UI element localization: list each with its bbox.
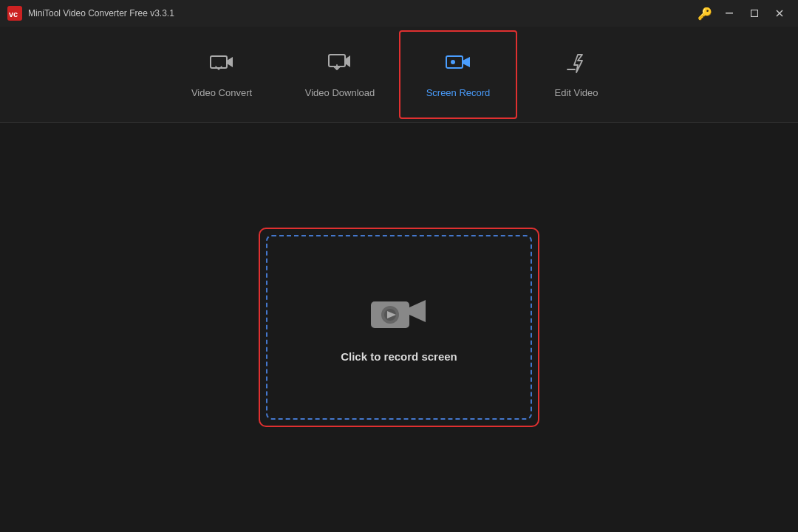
close-button[interactable] (768, 4, 791, 22)
title-bar: vc MiniTool Video Converter Free v3.3.1 … (0, 0, 798, 27)
nav-tabs: Video Convert Video Download Screen Reco… (0, 27, 798, 123)
tab-video-download-label: Video Download (305, 87, 375, 98)
tab-video-download[interactable]: Video Download (281, 30, 399, 119)
record-area: Click to record screen (259, 228, 539, 427)
app-title: MiniTool Video Converter Free v3.3.1 (28, 8, 698, 18)
maximize-button[interactable] (743, 4, 765, 22)
tab-screen-record-label: Screen Record (426, 87, 491, 98)
svg-rect-6 (211, 56, 227, 68)
record-button[interactable]: Click to record screen (266, 235, 532, 420)
tab-screen-record[interactable]: Screen Record (399, 30, 517, 119)
record-label: Click to record screen (341, 350, 457, 363)
tab-edit-video[interactable]: Edit Video (517, 30, 635, 119)
camera-icon (369, 293, 429, 337)
svg-rect-3 (751, 10, 758, 17)
video-download-icon (327, 50, 353, 80)
minimize-button[interactable] (718, 4, 740, 22)
screen-record-icon (445, 50, 471, 80)
app-logo: vc (7, 6, 22, 21)
edit-video-icon (563, 50, 590, 80)
svg-point-9 (451, 60, 455, 64)
key-icon[interactable]: 🔑 (698, 7, 712, 21)
svg-text:vc: vc (9, 10, 18, 18)
tab-video-convert[interactable]: Video Convert (163, 30, 281, 119)
window-controls (718, 4, 791, 22)
tab-video-convert-label: Video Convert (191, 87, 252, 98)
tab-edit-video-label: Edit Video (554, 87, 598, 98)
main-content: Click to record screen (0, 123, 798, 532)
video-convert-icon (208, 50, 235, 80)
svg-rect-2 (726, 13, 733, 14)
